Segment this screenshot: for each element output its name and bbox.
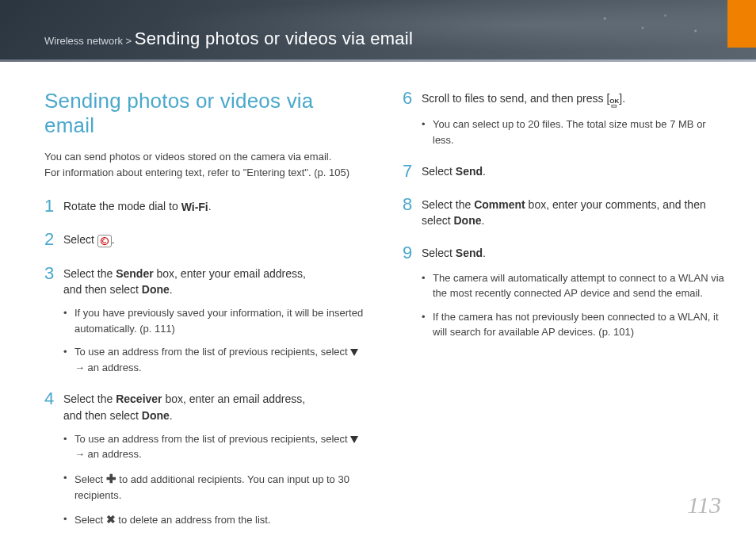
text: Select the xyxy=(422,198,474,211)
text: Select xyxy=(74,473,106,485)
text: . xyxy=(483,247,486,259)
step-bullets: You can select up to 20 files. The total… xyxy=(422,117,724,147)
left-column: Sending photos or videos via email You c… xyxy=(44,89,366,536)
step-text: Select Send. xyxy=(422,162,486,179)
step-number: 2 xyxy=(44,230,63,249)
bullet: Select ✖ to delete an address from the l… xyxy=(63,511,366,528)
bullet: The camera will automatically attempt to… xyxy=(422,270,724,301)
text: Select xyxy=(74,514,106,526)
text: . xyxy=(170,409,173,422)
text: Select xyxy=(63,233,97,246)
content-area: Sending photos or videos via email You c… xyxy=(0,62,756,536)
breadcrumb: Wireless network > Sending photos or vid… xyxy=(44,29,413,49)
bullet: If you have previously saved your inform… xyxy=(63,305,366,336)
svg-point-0 xyxy=(101,238,108,245)
bullet: If the camera has not previously been co… xyxy=(422,309,724,340)
page-header: Wireless network > Sending photos or vid… xyxy=(0,0,756,62)
wifi-icon: Wi-Fi xyxy=(181,199,208,215)
text: Select xyxy=(422,247,456,259)
text: and then select xyxy=(63,283,142,296)
text: . xyxy=(208,200,212,212)
ok-menu-icon: OK▭ xyxy=(609,99,619,109)
text: → an address. xyxy=(74,362,142,373)
step-8: 8 Select the Comment box, enter your com… xyxy=(403,195,724,229)
step-text: Scroll to files to send, and then press … xyxy=(422,89,625,109)
step-4: 4 Select the Receiver box, enter an emai… xyxy=(44,389,366,528)
bold: Send xyxy=(456,247,483,259)
step-text: Select . xyxy=(63,230,115,247)
plus-icon: ✚ xyxy=(106,472,116,485)
text: . xyxy=(112,233,115,246)
step-bullets: To use an address from the list of previ… xyxy=(63,431,366,528)
intro-text: You can send photos or videos stored on … xyxy=(44,149,366,181)
bold: Done xyxy=(453,214,481,227)
text: to add additional recipients. You can in… xyxy=(74,473,349,502)
step-number: 1 xyxy=(44,197,63,216)
text: box, enter your email address, xyxy=(154,267,306,280)
text: and then select xyxy=(63,409,142,422)
text: ]. xyxy=(619,92,625,105)
text: box, enter an email address, xyxy=(162,392,306,405)
step-text: Rotate the mode dial to Wi-Fi. xyxy=(63,197,212,215)
section-heading: Sending photos or videos via email xyxy=(44,89,366,138)
orange-accent xyxy=(727,0,756,48)
step-bullets: The camera will automatically attempt to… xyxy=(422,270,724,340)
text: Select xyxy=(422,165,456,178)
step-number: 8 xyxy=(403,195,422,214)
bullet: Select ✚ to add additional recipients. Y… xyxy=(63,470,366,503)
step-7: 7 Select Send. xyxy=(403,162,724,181)
down-arrow-icon xyxy=(350,349,358,356)
cross-icon: ✖ xyxy=(106,513,116,526)
bullet: You can select up to 20 files. The total… xyxy=(422,117,724,147)
text: To use an address from the list of previ… xyxy=(74,433,350,445)
step-9: 9 Select Send. The camera will automatic… xyxy=(403,243,724,340)
step-1: 1 Rotate the mode dial to Wi-Fi. xyxy=(44,197,366,216)
text: Scroll to files to send, and then press … xyxy=(422,92,609,105)
text: Rotate the mode dial to xyxy=(63,200,181,212)
step-number: 9 xyxy=(403,243,422,262)
bold: Comment xyxy=(474,198,525,211)
intro-line-2: For information about entering text, ref… xyxy=(44,165,366,181)
step-text: Select the Receiver box, enter an email … xyxy=(63,389,305,423)
text: To use an address from the list of previ… xyxy=(74,346,350,358)
bold: Sender xyxy=(116,267,153,280)
text: Select the xyxy=(63,267,116,280)
step-3: 3 Select the Sender box, enter your emai… xyxy=(44,264,366,376)
text: . xyxy=(481,214,484,227)
step-text: Select the Sender box, enter your email … xyxy=(63,264,306,298)
step-number: 4 xyxy=(44,389,63,408)
text: → an address. xyxy=(74,448,142,460)
bold: Receiver xyxy=(116,392,162,405)
right-column: 6 Scroll to files to send, and then pres… xyxy=(403,89,724,536)
bullet: To use an address from the list of previ… xyxy=(63,431,366,462)
bold: Done xyxy=(142,283,170,296)
email-icon xyxy=(97,235,112,247)
step-bullets: If you have previously saved your inform… xyxy=(63,305,366,375)
step-number: 6 xyxy=(403,89,422,108)
step-text: Select the Comment box, enter your comme… xyxy=(422,195,724,229)
bold: Send xyxy=(456,165,483,178)
bullet: To use an address from the list of previ… xyxy=(63,344,366,375)
down-arrow-icon xyxy=(350,436,358,443)
step-number: 7 xyxy=(403,162,422,181)
step-6: 6 Scroll to files to send, and then pres… xyxy=(403,89,724,147)
intro-line-1: You can send photos or videos stored on … xyxy=(44,149,366,165)
breadcrumb-title: Sending photos or videos via email xyxy=(135,29,413,48)
text: . xyxy=(483,165,486,178)
step-text: Select Send. xyxy=(422,243,486,261)
text: . xyxy=(170,283,173,296)
text: Select the xyxy=(63,392,116,405)
breadcrumb-prefix: Wireless network > xyxy=(44,35,132,47)
bold: Done xyxy=(142,409,170,422)
text: to delete an address from the list. xyxy=(116,514,271,526)
page-number: 113 xyxy=(687,492,721,519)
step-number: 3 xyxy=(44,264,63,283)
step-2: 2 Select . xyxy=(44,230,366,249)
